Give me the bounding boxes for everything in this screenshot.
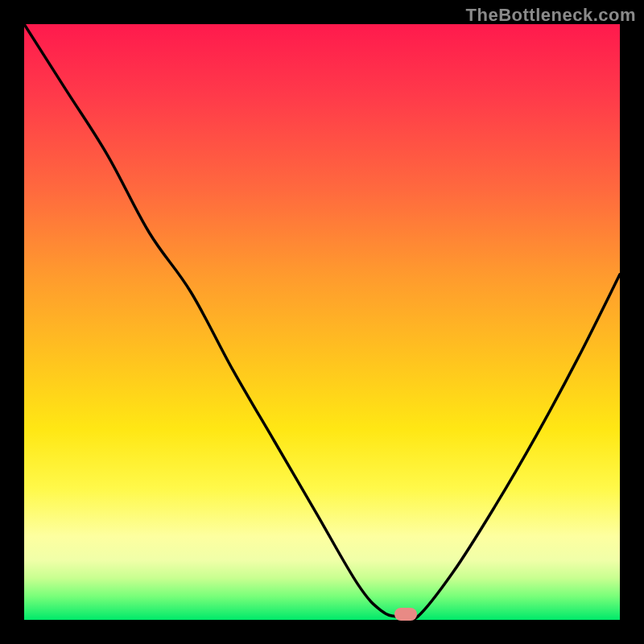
attribution-watermark: TheBottleneck.com [466,5,636,26]
gradient-background [24,24,620,620]
chart-frame: TheBottleneck.com [0,0,644,644]
optimal-marker [394,608,417,621]
